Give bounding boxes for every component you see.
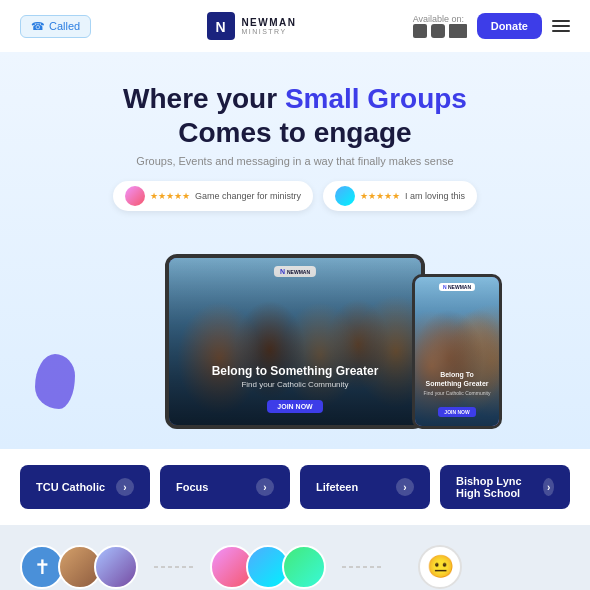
- filter-arrow-lifeteen: ›: [396, 478, 414, 496]
- filter-arrow-focus: ›: [256, 478, 274, 496]
- phone-join-button[interactable]: JOIN NOW: [438, 407, 475, 417]
- desktop-icon: [449, 24, 467, 38]
- svg-text:N: N: [216, 19, 227, 35]
- tablet-mockup: N NEWMAN Belong to Something Greater Fin…: [165, 254, 425, 429]
- navbar: ☎ Called N NEWMAN MINISTRY Available on:…: [0, 0, 590, 52]
- bottom-content: ✝ 😐: [20, 545, 570, 589]
- filter-pill-focus[interactable]: Focus ›: [160, 465, 290, 509]
- called-badge[interactable]: ☎ Called: [20, 15, 91, 38]
- tablet-join-button[interactable]: JOIN NOW: [267, 400, 322, 413]
- phone-mockup: N NEWMAN Belong To Something Greater Fin…: [412, 274, 502, 429]
- review-badge-2: ★★★★★ I am loving this: [323, 181, 477, 211]
- logo-name: NEWMAN: [241, 17, 296, 28]
- hero-subtitle: Groups, Events and messaging in a way th…: [20, 155, 570, 167]
- filter-pill-tcu[interactable]: TCU Catholic ›: [20, 465, 150, 509]
- phone-logo: N NEWMAN: [439, 283, 475, 291]
- filter-label-focus: Focus: [176, 481, 208, 493]
- tablet-tagline: Belong to Something Greater: [181, 364, 409, 378]
- platform-icons: [413, 24, 467, 38]
- nav-right: Available on: Donate: [413, 13, 570, 39]
- reviewer-avatar-1: [125, 186, 145, 206]
- device-mockups: N NEWMAN Belong to Something Greater Fin…: [20, 229, 570, 429]
- group-avatar-3: [282, 545, 326, 589]
- emoji-bubble: 😐: [418, 545, 462, 589]
- logo: N NEWMAN MINISTRY: [207, 12, 296, 40]
- phone-overlay: Belong To Something Greater Find your Ca…: [423, 371, 491, 418]
- menu-button[interactable]: [552, 20, 570, 32]
- filter-section: TCU Catholic › Focus › Lifeteen › Bishop…: [0, 449, 590, 525]
- filter-arrow-bishop: ›: [543, 478, 554, 496]
- phone-icon: ☎: [31, 20, 45, 33]
- filter-label-bishop: Bishop Lync High School: [456, 475, 535, 499]
- filter-label-lifeteen: Lifeteen: [316, 481, 358, 493]
- filter-pill-lifeteen[interactable]: Lifeteen ›: [300, 465, 430, 509]
- tablet-overlay: Belong to Something Greater Find your Ca…: [181, 364, 409, 413]
- tablet-sub: Find your Catholic Community: [181, 380, 409, 389]
- people-avatars: [58, 545, 138, 589]
- hero-title: Where your Small Groups Comes to engage: [20, 82, 570, 149]
- filter-pill-bishop[interactable]: Bishop Lync High School ›: [440, 465, 570, 509]
- reviewer-avatar-2: [335, 186, 355, 206]
- available-label: Available on:: [413, 14, 467, 24]
- donate-button[interactable]: Donate: [477, 13, 542, 39]
- phone-sub: Find your Catholic Community: [423, 390, 491, 396]
- called-label: Called: [49, 20, 80, 32]
- review-badge-1: ★★★★★ Game changer for ministry: [113, 181, 313, 211]
- filter-arrow-tcu: ›: [116, 478, 134, 496]
- review-badges: ★★★★★ Game changer for ministry ★★★★★ I …: [20, 181, 570, 211]
- connector-line: [154, 566, 194, 568]
- phone-tagline: Belong To Something Greater: [423, 371, 491, 388]
- decorative-blob: [35, 354, 75, 409]
- avatar-group: ✝: [20, 545, 138, 589]
- bottom-section: ✝ 😐 Tired of Lac: [0, 525, 590, 590]
- group-avatars: [210, 545, 326, 589]
- connector-line-2: [342, 566, 382, 568]
- filter-label-tcu: TCU Catholic: [36, 481, 105, 493]
- phone-content: Belong To Something Greater Find your Ca…: [423, 371, 491, 418]
- android-icon: [431, 24, 445, 38]
- logo-sub: MINISTRY: [241, 28, 296, 36]
- avatar-2: [94, 545, 138, 589]
- phone-screen: N NEWMAN Belong To Something Greater Fin…: [415, 277, 499, 426]
- tablet-content: Belong to Something Greater Find your Ca…: [169, 258, 421, 425]
- hero-section: Where your Small Groups Comes to engage …: [0, 52, 590, 449]
- apple-icon: [413, 24, 427, 38]
